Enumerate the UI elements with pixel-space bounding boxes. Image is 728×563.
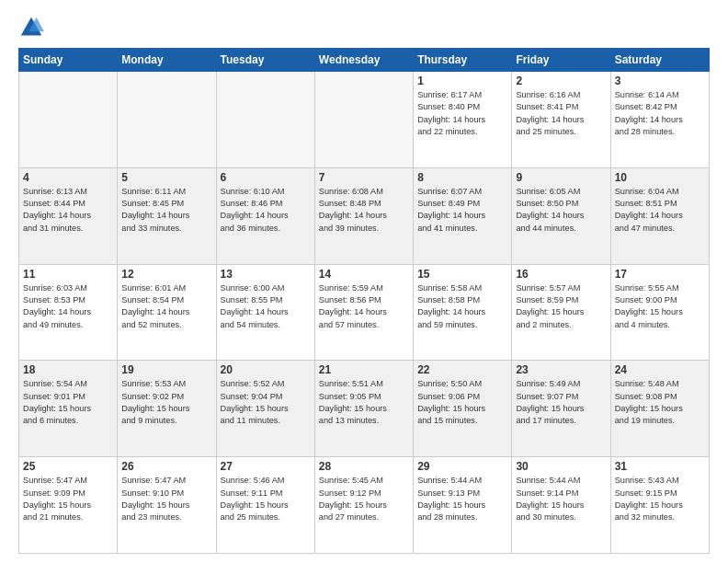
day-number: 31: [615, 460, 705, 473]
day-info: Sunrise: 6:10 AM Sunset: 8:46 PM Dayligh…: [221, 186, 311, 235]
day-info: Sunrise: 5:49 AM Sunset: 9:07 PM Dayligh…: [516, 378, 606, 427]
calendar-day: 26Sunrise: 5:47 AM Sunset: 9:10 PM Dayli…: [118, 457, 216, 554]
calendar-header: SundayMondayTuesdayWednesdayThursdayFrid…: [19, 49, 710, 72]
day-number: 1: [417, 75, 507, 87]
day-number: 30: [516, 460, 606, 473]
day-number: 27: [221, 460, 311, 473]
calendar-day: 14Sunrise: 5:59 AM Sunset: 8:56 PM Dayli…: [314, 264, 413, 361]
calendar-day: [118, 72, 216, 168]
calendar-day: [314, 72, 413, 168]
weekday-row: SundayMondayTuesdayWednesdayThursdayFrid…: [19, 49, 710, 72]
header: [18, 15, 710, 40]
day-info: Sunrise: 6:08 AM Sunset: 8:48 PM Dayligh…: [319, 186, 409, 235]
calendar-day: 24Sunrise: 5:48 AM Sunset: 9:08 PM Dayli…: [610, 361, 709, 457]
calendar-day: 6Sunrise: 6:10 AM Sunset: 8:46 PM Daylig…: [216, 167, 314, 264]
calendar: SundayMondayTuesdayWednesdayThursdayFrid…: [18, 48, 710, 554]
calendar-day: 8Sunrise: 6:07 AM Sunset: 8:49 PM Daylig…: [414, 167, 512, 264]
calendar-day: 20Sunrise: 5:52 AM Sunset: 9:04 PM Dayli…: [216, 361, 314, 457]
day-number: 24: [615, 363, 705, 376]
calendar-day: 4Sunrise: 6:13 AM Sunset: 8:44 PM Daylig…: [19, 167, 118, 264]
day-number: 23: [516, 363, 606, 376]
calendar-day: 29Sunrise: 5:44 AM Sunset: 9:13 PM Dayli…: [414, 457, 512, 554]
day-number: 12: [121, 268, 211, 281]
day-number: 9: [516, 171, 606, 184]
day-info: Sunrise: 5:47 AM Sunset: 9:10 PM Dayligh…: [121, 475, 211, 523]
weekday-header: Sunday: [19, 49, 118, 72]
calendar-day: 7Sunrise: 6:08 AM Sunset: 8:48 PM Daylig…: [314, 167, 413, 264]
calendar-day: 12Sunrise: 6:01 AM Sunset: 8:54 PM Dayli…: [118, 264, 216, 361]
calendar-day: 1Sunrise: 6:17 AM Sunset: 8:40 PM Daylig…: [414, 72, 512, 168]
day-info: Sunrise: 5:53 AM Sunset: 9:02 PM Dayligh…: [121, 378, 211, 427]
day-number: 18: [23, 363, 113, 376]
day-info: Sunrise: 5:54 AM Sunset: 9:01 PM Dayligh…: [23, 378, 113, 427]
day-number: 28: [319, 460, 409, 473]
day-info: Sunrise: 6:04 AM Sunset: 8:51 PM Dayligh…: [615, 186, 705, 235]
weekday-header: Wednesday: [314, 49, 413, 72]
day-number: 26: [121, 460, 211, 473]
day-info: Sunrise: 6:03 AM Sunset: 8:53 PM Dayligh…: [23, 282, 113, 331]
calendar-body: 1Sunrise: 6:17 AM Sunset: 8:40 PM Daylig…: [19, 72, 710, 554]
day-info: Sunrise: 6:05 AM Sunset: 8:50 PM Dayligh…: [516, 186, 606, 235]
calendar-week: 4Sunrise: 6:13 AM Sunset: 8:44 PM Daylig…: [19, 167, 710, 264]
day-number: 29: [417, 460, 507, 473]
day-info: Sunrise: 5:59 AM Sunset: 8:56 PM Dayligh…: [319, 282, 409, 331]
calendar-day: 5Sunrise: 6:11 AM Sunset: 8:45 PM Daylig…: [118, 167, 216, 264]
logo-icon: [18, 15, 44, 40]
calendar-day: 25Sunrise: 5:47 AM Sunset: 9:09 PM Dayli…: [19, 457, 118, 554]
weekday-header: Thursday: [414, 49, 512, 72]
day-info: Sunrise: 6:17 AM Sunset: 8:40 PM Dayligh…: [417, 89, 507, 138]
calendar-day: 27Sunrise: 5:46 AM Sunset: 9:11 PM Dayli…: [216, 457, 314, 554]
weekday-header: Tuesday: [216, 49, 314, 72]
calendar-day: [19, 72, 118, 168]
calendar-week: 11Sunrise: 6:03 AM Sunset: 8:53 PM Dayli…: [19, 264, 710, 361]
day-number: 5: [121, 171, 211, 184]
day-number: 14: [319, 268, 409, 281]
calendar-week: 25Sunrise: 5:47 AM Sunset: 9:09 PM Dayli…: [19, 457, 710, 554]
day-info: Sunrise: 5:58 AM Sunset: 8:58 PM Dayligh…: [417, 282, 507, 331]
calendar-day: 13Sunrise: 6:00 AM Sunset: 8:55 PM Dayli…: [216, 264, 314, 361]
day-info: Sunrise: 5:46 AM Sunset: 9:11 PM Dayligh…: [221, 475, 311, 523]
calendar-day: 28Sunrise: 5:45 AM Sunset: 9:12 PM Dayli…: [314, 457, 413, 554]
day-info: Sunrise: 6:16 AM Sunset: 8:41 PM Dayligh…: [516, 89, 606, 138]
day-info: Sunrise: 5:44 AM Sunset: 9:13 PM Dayligh…: [417, 475, 507, 523]
day-number: 16: [516, 268, 606, 281]
day-info: Sunrise: 6:01 AM Sunset: 8:54 PM Dayligh…: [121, 282, 211, 331]
day-info: Sunrise: 5:44 AM Sunset: 9:14 PM Dayligh…: [516, 475, 606, 523]
page: SundayMondayTuesdayWednesdayThursdayFrid…: [0, 0, 728, 563]
calendar-day: 3Sunrise: 6:14 AM Sunset: 8:42 PM Daylig…: [610, 72, 709, 168]
day-number: 15: [417, 268, 507, 281]
day-info: Sunrise: 5:57 AM Sunset: 8:59 PM Dayligh…: [516, 282, 606, 331]
day-number: 8: [417, 171, 507, 184]
calendar-day: 10Sunrise: 6:04 AM Sunset: 8:51 PM Dayli…: [610, 167, 709, 264]
day-info: Sunrise: 6:00 AM Sunset: 8:55 PM Dayligh…: [221, 282, 311, 331]
calendar-day: 18Sunrise: 5:54 AM Sunset: 9:01 PM Dayli…: [19, 361, 118, 457]
day-number: 22: [417, 363, 507, 376]
day-number: 17: [615, 268, 705, 281]
day-number: 10: [615, 171, 705, 184]
calendar-day: 22Sunrise: 5:50 AM Sunset: 9:06 PM Dayli…: [414, 361, 512, 457]
calendar-day: 11Sunrise: 6:03 AM Sunset: 8:53 PM Dayli…: [19, 264, 118, 361]
day-number: 25: [23, 460, 113, 473]
calendar-day: 23Sunrise: 5:49 AM Sunset: 9:07 PM Dayli…: [512, 361, 610, 457]
day-number: 13: [221, 268, 311, 281]
day-info: Sunrise: 5:43 AM Sunset: 9:15 PM Dayligh…: [615, 475, 705, 523]
day-number: 6: [221, 171, 311, 184]
logo: [18, 15, 48, 40]
day-info: Sunrise: 6:11 AM Sunset: 8:45 PM Dayligh…: [121, 186, 211, 235]
calendar-day: 19Sunrise: 5:53 AM Sunset: 9:02 PM Dayli…: [118, 361, 216, 457]
day-info: Sunrise: 5:52 AM Sunset: 9:04 PM Dayligh…: [221, 378, 311, 427]
calendar-day: 17Sunrise: 5:55 AM Sunset: 9:00 PM Dayli…: [610, 264, 709, 361]
calendar-day: 2Sunrise: 6:16 AM Sunset: 8:41 PM Daylig…: [512, 72, 610, 168]
calendar-week: 18Sunrise: 5:54 AM Sunset: 9:01 PM Dayli…: [19, 361, 710, 457]
calendar-day: [216, 72, 314, 168]
day-info: Sunrise: 6:14 AM Sunset: 8:42 PM Dayligh…: [615, 89, 705, 138]
calendar-day: 30Sunrise: 5:44 AM Sunset: 9:14 PM Dayli…: [512, 457, 610, 554]
calendar-day: 9Sunrise: 6:05 AM Sunset: 8:50 PM Daylig…: [512, 167, 610, 264]
calendar-week: 1Sunrise: 6:17 AM Sunset: 8:40 PM Daylig…: [19, 72, 710, 168]
day-info: Sunrise: 5:45 AM Sunset: 9:12 PM Dayligh…: [319, 475, 409, 523]
day-info: Sunrise: 6:07 AM Sunset: 8:49 PM Dayligh…: [417, 186, 507, 235]
day-number: 7: [319, 171, 409, 184]
day-number: 11: [23, 268, 113, 281]
calendar-day: 21Sunrise: 5:51 AM Sunset: 9:05 PM Dayli…: [314, 361, 413, 457]
day-number: 3: [615, 75, 705, 87]
